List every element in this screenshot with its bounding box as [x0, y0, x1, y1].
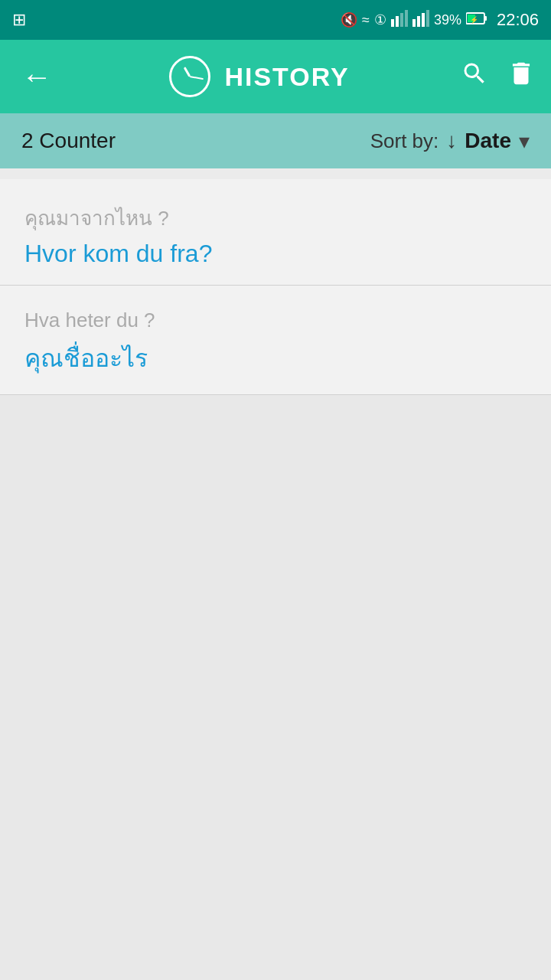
item-source-text: คุณมาจากไหน ? [24, 202, 527, 234]
svg-rect-0 [391, 19, 394, 27]
svg-rect-4 [412, 19, 416, 27]
item-source-text: Hva heter du ? [24, 309, 527, 332]
history-list: คุณมาจากไหน ? Hvor kom du fra? Hva heter… [0, 168, 551, 395]
sort-direction-icon: ↓ [446, 129, 457, 153]
app-bar-center: HISTORY [66, 56, 453, 97]
app-bar-actions [461, 59, 536, 95]
counter-label: 2 Counter [21, 129, 370, 153]
sort-by-label: Sort by: [370, 129, 439, 153]
svg-text:⚡: ⚡ [470, 15, 479, 24]
signal2-icon [412, 10, 429, 31]
back-button[interactable]: ← [15, 54, 58, 100]
sort-area[interactable]: Sort by: ↓ Date ▾ [370, 129, 530, 154]
search-button[interactable] [461, 60, 488, 94]
item-translation-text: คุณชื่ออะไร [24, 338, 527, 377]
battery-icon: ⚡ [466, 11, 487, 29]
svg-rect-3 [405, 10, 408, 27]
filter-bar: 2 Counter Sort by: ↓ Date ▾ [0, 113, 551, 168]
status-time: 22:06 [497, 10, 539, 30]
app-bar: ← HISTORY [0, 40, 551, 113]
sort-value: Date [465, 129, 511, 153]
status-icons: 🔇 ≈ ① 39% ⚡ [341, 10, 539, 31]
sim-icon: ① [374, 11, 386, 28]
wifi-icon: ≈ [362, 12, 370, 28]
list-item[interactable]: Hva heter du ? คุณชื่ออะไร [0, 286, 551, 395]
list-item[interactable]: คุณมาจากไหน ? Hvor kom du fra? [0, 179, 551, 286]
signal-icon [391, 10, 408, 31]
history-clock-icon [169, 56, 210, 97]
mute-icon: 🔇 [341, 11, 357, 28]
status-bar: ⊞ 🔇 ≈ ① 39% ⚡ [0, 0, 551, 40]
screenshot-icon: ⊞ [12, 10, 26, 30]
page-title: HISTORY [224, 62, 349, 92]
svg-rect-2 [400, 13, 403, 27]
dropdown-chevron-icon[interactable]: ▾ [519, 129, 530, 154]
clock-minute-hand [190, 76, 204, 80]
svg-rect-9 [484, 16, 487, 21]
item-translation-text: Hvor kom du fra? [24, 240, 527, 268]
svg-rect-7 [426, 10, 429, 27]
svg-rect-1 [396, 16, 399, 27]
delete-button[interactable] [507, 59, 536, 95]
svg-rect-6 [422, 13, 425, 27]
svg-rect-5 [417, 16, 420, 27]
battery-percentage: 39% [434, 12, 461, 28]
